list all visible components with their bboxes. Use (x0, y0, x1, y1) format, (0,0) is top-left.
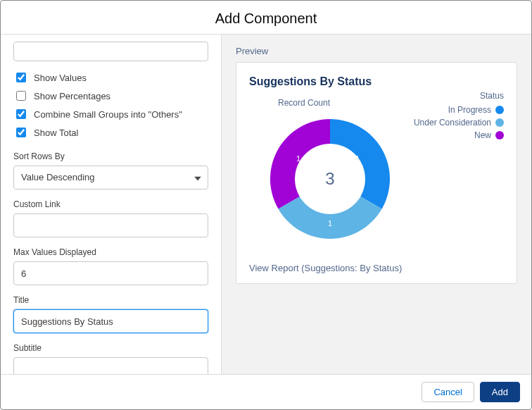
chart-area: Record Count Status In Progress Under Co… (249, 91, 504, 253)
modal-body: Show Values Show Percentages Combine Sma… (1, 35, 531, 374)
legend-item-0-label: In Progress (448, 105, 491, 115)
show-percentages-label: Show Percentages (34, 91, 110, 101)
sort-label: Sort Rows By (13, 151, 208, 161)
slice-value-0: 1 (355, 154, 360, 163)
config-panel: Show Values Show Percentages Combine Sma… (1, 35, 222, 374)
title-input[interactable] (13, 309, 208, 333)
legend-item-2: New (414, 129, 504, 142)
show-percentages-row[interactable]: Show Percentages (13, 87, 208, 105)
show-total-checkbox[interactable] (16, 128, 26, 137)
combine-small-row[interactable]: Combine Small Groups into "Others" (13, 105, 208, 123)
slice-value-1: 1 (328, 219, 332, 228)
view-report-link[interactable]: View Report (Suggestions: By Status) (249, 263, 504, 273)
show-values-checkbox[interactable] (16, 73, 26, 82)
combine-small-label: Combine Small Groups into "Others" (34, 109, 182, 120)
slice-value-2: 1 (296, 154, 300, 163)
top-placeholder-input[interactable] (13, 42, 208, 61)
legend-item-1-label: Under Consideration (414, 118, 491, 128)
show-total-label: Show Total (34, 128, 78, 138)
legend-item-0: In Progress (414, 104, 504, 116)
donut-chart: 3 1 1 1 (263, 112, 397, 246)
max-values-input[interactable] (13, 261, 208, 285)
modal-footer: Cancel Add (1, 374, 531, 409)
legend-title: Status (414, 91, 504, 101)
preview-card: Suggestions By Status Record Count Statu… (236, 62, 517, 284)
preview-label: Preview (236, 46, 517, 56)
sort-select-wrap[interactable]: Value Descending (13, 166, 208, 190)
add-button[interactable]: Add (480, 382, 520, 402)
legend-item-2-label: New (474, 130, 491, 140)
subtitle-input[interactable] (13, 357, 208, 374)
custom-link-label: Custom Link (13, 199, 208, 209)
legend-dot-0 (495, 106, 504, 114)
legend-dot-2 (495, 131, 504, 139)
legend-dot-1 (495, 118, 504, 127)
chart-legend: Status In Progress Under Consideration N… (414, 91, 504, 142)
custom-link-input[interactable] (13, 213, 208, 237)
preview-card-title: Suggestions By Status (249, 75, 504, 88)
chart-metric-label: Record Count (278, 98, 330, 108)
show-values-row[interactable]: Show Values (13, 68, 208, 87)
show-total-row[interactable]: Show Total (13, 123, 208, 142)
legend-item-1: Under Consideration (414, 116, 504, 129)
preview-panel: Preview Suggestions By Status Record Cou… (222, 35, 531, 374)
cancel-button[interactable]: Cancel (422, 382, 474, 402)
max-values-label: Max Values Displayed (13, 247, 208, 257)
show-values-label: Show Values (34, 73, 87, 83)
title-label: Title (13, 295, 208, 305)
subtitle-label: Subtitle (13, 343, 208, 353)
modal-title: Add Component (1, 1, 531, 35)
add-component-modal: Add Component Show Values Show Percentag… (0, 0, 532, 410)
show-percentages-checkbox[interactable] (16, 91, 26, 101)
combine-small-checkbox[interactable] (16, 109, 26, 119)
sort-select[interactable]: Value Descending (13, 166, 208, 190)
